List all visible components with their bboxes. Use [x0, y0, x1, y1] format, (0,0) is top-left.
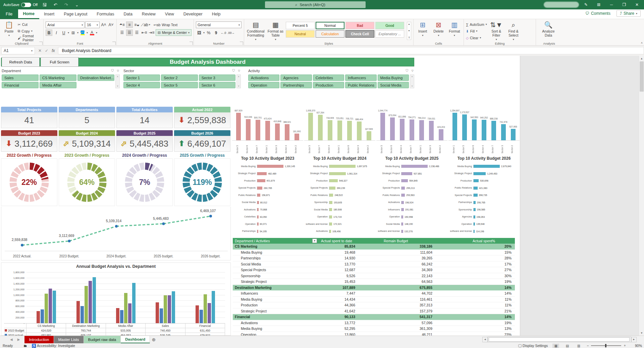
- percent-style-icon[interactable]: %: [205, 30, 212, 36]
- refresh-data-button[interactable]: Refresh Data: [2, 57, 40, 67]
- collapse-ribbon-icon[interactable]: ˄: [641, 41, 643, 45]
- confirm-entry-icon[interactable]: ✓: [45, 48, 48, 53]
- slicer-scroll-down-icon[interactable]: ˅: [238, 85, 239, 87]
- filter-dropdown-icon[interactable]: ▼: [312, 239, 317, 243]
- clipboard-dialog-launcher[interactable]: [39, 42, 43, 45]
- sheet-tab-budget-raw-data[interactable]: Budget raw data: [84, 336, 121, 343]
- underline-button[interactable]: U: [60, 30, 67, 36]
- table-row-strategic-project[interactable]: Strategic Project15,45364,56319%: [233, 279, 515, 285]
- table-row-partnerships[interactable]: Partnerships14,93039,26528%: [233, 255, 515, 261]
- increase-font-icon[interactable]: A˄: [100, 22, 107, 28]
- multiselect-icon[interactable]: ⛉: [111, 69, 114, 73]
- table-row-activations[interactable]: Activations13,77257,09619%: [233, 320, 515, 326]
- formula-input[interactable]: Budget Analysis Dashboard: [58, 47, 644, 54]
- font-name-select[interactable]: Arial▾: [46, 21, 85, 28]
- font-dialog-launcher[interactable]: [112, 42, 116, 45]
- zoom-slider-thumb[interactable]: [605, 344, 606, 347]
- ribbon-tab-review[interactable]: Review: [137, 9, 160, 19]
- slicer-item-media-buying[interactable]: Media Buying: [378, 74, 409, 81]
- vertical-scroll-thumb[interactable]: [640, 61, 644, 92]
- new-sheet-button[interactable]: ⊕: [150, 336, 157, 343]
- slicer-item-sector-4[interactable]: Sector 4: [123, 82, 160, 88]
- cell-style-calculation[interactable]: Calculation: [316, 30, 344, 38]
- full-screen-button[interactable]: Full Screen: [41, 57, 78, 67]
- table-row-sponsorship[interactable]: Sponsorship9,52622,14330%: [233, 273, 515, 279]
- slicer-scroll-up-icon[interactable]: ˄: [411, 76, 413, 78]
- sheet-tab-dashboard[interactable]: Dashboard: [121, 336, 150, 343]
- insert-function-icon[interactable]: fx: [52, 48, 55, 53]
- slicer-item-production[interactable]: Production: [313, 82, 344, 88]
- slicer-scroll-down-icon[interactable]: ˅: [117, 85, 118, 87]
- decrease-indent-icon[interactable]: ⇤≡: [141, 30, 148, 36]
- slicer-scrollbar[interactable]: ˄˅: [115, 74, 120, 88]
- format-painter-button[interactable]: 🖌Format Painter: [18, 35, 41, 41]
- table-row-operation[interactable]: Operation13,86046,21123%: [233, 332, 515, 336]
- accounting-format-icon[interactable]: 🖼: [196, 30, 203, 36]
- autosum-button[interactable]: ∑AutoSum▾: [466, 21, 487, 27]
- delete-cells-button[interactable]: ⊠Delete▾: [431, 20, 445, 41]
- sheet-nav-left-icon[interactable]: ◀: [10, 338, 13, 341]
- display-settings-button[interactable]: 🖵 Display Settings: [518, 344, 548, 348]
- multiselect-icon[interactable]: ⛉: [232, 69, 235, 73]
- slicer-item-sector-2[interactable]: Sector 2: [161, 74, 198, 81]
- restore-button[interactable]: ❐: [619, 0, 630, 9]
- align-right-icon[interactable]: ☰: [133, 30, 140, 36]
- minimize-button[interactable]: ─: [606, 0, 617, 9]
- page-layout-view-icon[interactable]: ▤: [564, 344, 571, 348]
- search-input[interactable]: ⌕ Search (Alt+Q): [265, 1, 366, 8]
- slicer-scroll-up-icon[interactable]: ˄: [117, 76, 118, 78]
- save-icon[interactable]: 🖫: [41, 1, 48, 8]
- find-select-button[interactable]: ⌕Find & Select▾: [506, 20, 521, 41]
- macro-record-icon[interactable]: 🖿: [23, 344, 27, 348]
- align-top-icon[interactable]: 🞁≡: [119, 21, 125, 28]
- slicer-item-sales[interactable]: Sales: [2, 74, 39, 81]
- ribbon-tab-formulas[interactable]: Formulas: [92, 9, 119, 19]
- slicer-item-social-media[interactable]: Social Media: [378, 82, 409, 88]
- user-account-pill[interactable]: [544, 2, 579, 8]
- ribbon-tab-insert[interactable]: Insert: [39, 9, 59, 19]
- conditional-formatting-button[interactable]: ▤ Conditional Formatting▾: [246, 20, 265, 41]
- name-box[interactable]: A1▾: [1, 47, 35, 54]
- ribbon-tab-developer[interactable]: Developer: [179, 9, 207, 19]
- orientation-icon[interactable]: ⟋ab: [141, 21, 148, 28]
- cell-style-normal[interactable]: Normal: [316, 22, 344, 29]
- redo-icon[interactable]: ↷: [62, 1, 70, 8]
- table-row-cs-marketing[interactable]: CS Marketing85,834338,18620%: [233, 244, 515, 250]
- sheet-tab-master-lists[interactable]: Master Lists: [54, 336, 84, 343]
- slicer-item-destination-market-[interactable]: Destination Market...: [77, 74, 114, 81]
- pen-icon[interactable]: ✎: [580, 0, 592, 9]
- paste-button[interactable]: 📋 Paste▾: [2, 20, 16, 41]
- underline-caret[interactable]: ▾: [68, 31, 69, 34]
- clear-filter-icon[interactable]: 🜄: [237, 69, 241, 73]
- table-row-production[interactable]: Production44,366357,31311%: [233, 302, 515, 308]
- table-row-social-media[interactable]: Social Media13,77066,24217%: [233, 261, 515, 267]
- scroll-down-icon[interactable]: ▼: [639, 330, 644, 336]
- comments-button[interactable]: 🗩 Comments: [582, 10, 614, 17]
- quick-access-customize-icon[interactable]: ⌄: [73, 1, 80, 8]
- slicer-item-sector-5[interactable]: Sector 5: [161, 82, 198, 88]
- table-row-media-buying[interactable]: Media Buying19,468111,60415%: [233, 250, 515, 256]
- align-bottom-icon[interactable]: ≡🞃: [133, 21, 140, 28]
- table-row-financial[interactable]: Financial90,133541,31714%: [233, 314, 515, 320]
- analyze-data-button[interactable]: 🔍Analyze Data: [538, 20, 559, 41]
- table-row-destination-marketing[interactable]: Destination Marketing107,889675,85514%: [233, 285, 515, 291]
- scroll-up-icon[interactable]: ▲: [639, 56, 644, 61]
- sheet-tab-introduction[interactable]: Introduction: [24, 336, 54, 343]
- normal-view-icon[interactable]: ▦: [552, 344, 559, 348]
- cell-style-check-cell[interactable]: Check Cell: [345, 30, 374, 38]
- font-color-icon[interactable]: A: [89, 30, 95, 36]
- fill-color-icon[interactable]: 🪣: [79, 30, 86, 36]
- number-dialog-launcher[interactable]: [240, 42, 243, 45]
- align-center-icon[interactable]: ☰: [126, 30, 133, 36]
- slicer-scroll-up-icon[interactable]: ˄: [238, 76, 239, 78]
- comma-style-icon[interactable]: 𝟗: [213, 30, 219, 36]
- insert-cells-button[interactable]: ⊞Insert▾: [416, 20, 430, 41]
- sort-filter-button[interactable]: ⇅▼Sort & Filter▾: [489, 20, 504, 41]
- wrap-text-button[interactable]: ↩abWrap Text: [154, 22, 177, 28]
- decrease-font-icon[interactable]: A˅: [108, 22, 114, 28]
- ribbon-tab-help[interactable]: Help: [207, 9, 225, 19]
- align-middle-icon[interactable]: ≡: [126, 21, 133, 28]
- scroll-left-icon[interactable]: ◄: [482, 337, 488, 342]
- cut-button[interactable]: ✂Cut: [18, 21, 41, 27]
- scroll-right-icon[interactable]: ►: [631, 337, 637, 342]
